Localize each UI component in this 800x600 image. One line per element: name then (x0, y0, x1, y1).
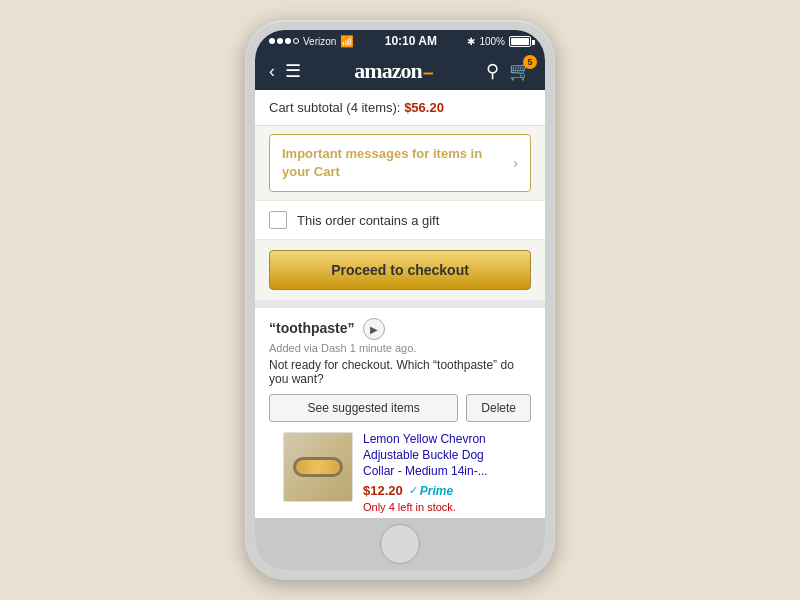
section-divider (255, 300, 545, 308)
subtotal-price: $56.20 (404, 100, 444, 115)
time-display: 10:10 AM (385, 34, 437, 48)
gift-label: This order contains a gift (297, 213, 439, 228)
gift-row: This order contains a gift (255, 200, 545, 240)
chevron-right-icon: › (513, 155, 518, 171)
stock-warning: Only 4 left in stock. (363, 501, 517, 513)
product-image (283, 432, 353, 502)
important-messages-banner[interactable]: Important messages for items in your Car… (269, 134, 531, 192)
prime-check-icon: ✓ (409, 484, 418, 497)
collar-visual (293, 457, 343, 477)
product-image-inner (284, 433, 352, 501)
prime-logo: ✓ Prime (409, 484, 453, 498)
see-suggested-button[interactable]: See suggested items (269, 394, 458, 422)
status-bar: Verizon 📶 10:10 AM ✱ 100% (255, 30, 545, 52)
menu-button[interactable]: ☰ (285, 60, 301, 82)
bluetooth-icon: ✱ (467, 36, 475, 47)
signal-dot-2 (277, 38, 283, 44)
gift-checkbox[interactable] (269, 211, 287, 229)
product-price-row: $12.20 ✓ Prime (363, 483, 517, 498)
back-button[interactable]: ‹ (269, 61, 275, 82)
phone-screen: Verizon 📶 10:10 AM ✱ 100% ‹ ☰ amazon₋ (255, 30, 545, 570)
delete-button[interactable]: Delete (466, 394, 531, 422)
warning-prefix: Not ready for checkout. (269, 358, 393, 372)
play-button[interactable]: ▶ (363, 318, 385, 340)
logo-smile: ₋ (422, 58, 433, 83)
home-button[interactable] (380, 524, 420, 564)
product-price: $12.20 (363, 483, 403, 498)
wifi-icon: 📶 (340, 35, 354, 48)
home-indicator (255, 518, 545, 570)
subtotal-label: Cart subtotal (4 items): (269, 100, 401, 115)
nav-right: ⚲ 🛒 5 (486, 60, 531, 82)
signal-dot-3 (285, 38, 291, 44)
signal-dot-4 (293, 38, 299, 44)
signal-dot-1 (269, 38, 275, 44)
cart-subtotal: Cart subtotal (4 items): $56.20 (255, 90, 545, 126)
signal-dots (269, 38, 299, 44)
phone-frame: Verizon 📶 10:10 AM ✱ 100% ‹ ☰ amazon₋ (245, 20, 555, 580)
cart-badge: 5 (523, 55, 537, 69)
content-area: Cart subtotal (4 items): $56.20 Importan… (255, 90, 545, 518)
product-row: Lemon Yellow Chevron Adjustable Buckle D… (269, 432, 531, 518)
product-name[interactable]: Lemon Yellow Chevron Adjustable Buckle D… (363, 432, 517, 479)
nav-left: ‹ ☰ (269, 60, 301, 82)
dash-item-title: “toothpaste” (269, 320, 355, 336)
amazon-logo: amazon₋ (354, 58, 432, 84)
banner-text: Important messages for items in your Car… (282, 145, 513, 181)
dash-added-text: Added via Dash 1 minute ago. (269, 342, 531, 354)
product-details: Lemon Yellow Chevron Adjustable Buckle D… (363, 432, 517, 513)
checkout-button[interactable]: Proceed to checkout (269, 250, 531, 290)
battery-percent: 100% (479, 36, 505, 47)
nav-bar: ‹ ☰ amazon₋ ⚲ 🛒 5 (255, 52, 545, 90)
dash-warning: Not ready for checkout. Which “toothpast… (269, 358, 531, 386)
carrier-label: Verizon (303, 36, 336, 47)
status-left: Verizon 📶 (269, 35, 354, 48)
dash-actions: See suggested items Delete (269, 394, 531, 422)
dash-item: “toothpaste” ▶ Added via Dash 1 minute a… (255, 308, 545, 518)
prime-label: Prime (420, 484, 453, 498)
battery-icon (509, 36, 531, 47)
battery-fill (511, 38, 529, 45)
cart-button[interactable]: 🛒 5 (509, 60, 531, 82)
search-button[interactable]: ⚲ (486, 60, 499, 82)
status-right: ✱ 100% (467, 36, 531, 47)
